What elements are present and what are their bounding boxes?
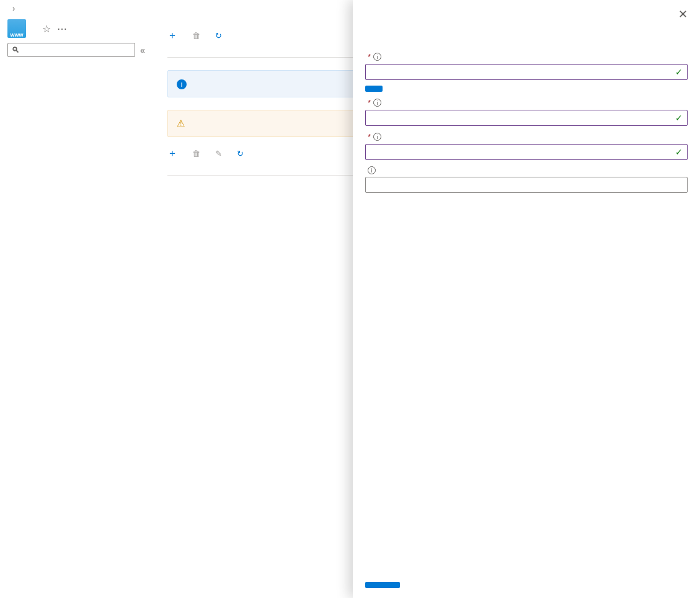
domain-add-button[interactable]: ＋ [167,147,181,160]
secret-version-label: i [365,166,688,174]
refresh-icon: ↻ [215,31,222,40]
base-uri-input[interactable] [365,110,688,126]
close-icon[interactable]: ✕ [678,7,688,21]
search-input[interactable] [24,45,131,55]
domain-edit-button: ✎ [215,149,226,158]
collapse-sidebar-icon[interactable]: « [140,45,145,55]
favorite-icon[interactable]: ☆ [42,23,51,35]
trash-icon: 🗑 [192,31,200,40]
service-icon: www [7,19,26,38]
sidebar: www ☆ ⋯ 🔍︎ « [0,17,157,598]
chevron-right-icon: › [12,4,15,13]
info-icon[interactable]: i [373,133,381,141]
secret-name-input[interactable] [365,144,688,160]
secret-version-input[interactable] [365,177,688,193]
info-icon[interactable]: i [368,166,376,174]
add-certificate-panel: ✕ *i ✓ *i ✓ *i ✓ i [353,0,700,598]
select-from-keyvault-button[interactable] [365,86,383,92]
pencil-icon: ✎ [215,149,222,158]
panel-add-button[interactable] [365,582,400,588]
cert-refresh-button[interactable]: ↻ [215,31,226,40]
cert-add-button[interactable]: ＋ [167,29,181,42]
secret-name-label: *i [365,132,688,141]
plus-icon: ＋ [167,29,177,42]
domain-refresh-button[interactable]: ↻ [237,149,247,158]
search-icon: 🔍︎ [12,45,20,55]
refresh-icon: ↻ [237,149,244,158]
warning-icon: ⚠ [177,118,185,129]
cert-delete-button: 🗑 [192,31,204,40]
name-label: *i [365,52,688,61]
info-icon: i [177,79,187,89]
search-box[interactable]: 🔍︎ [7,43,135,57]
trash-icon: 🗑 [192,149,200,158]
info-icon[interactable]: i [373,53,381,61]
plus-icon: ＋ [167,147,177,160]
domain-delete-button: 🗑 [192,149,204,158]
more-icon[interactable]: ⋯ [57,23,67,35]
info-icon[interactable]: i [373,99,381,107]
base-uri-label: *i [365,98,688,107]
name-input[interactable] [365,64,688,80]
